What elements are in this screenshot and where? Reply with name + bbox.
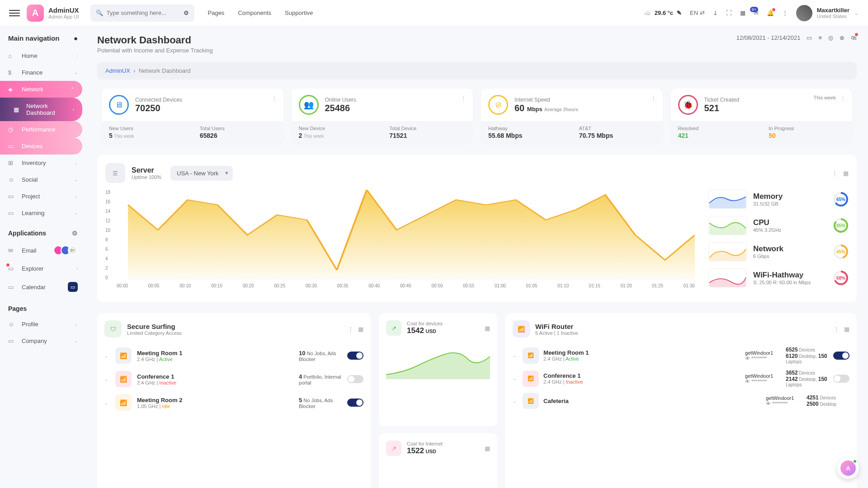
edit-icon[interactable]: ✎: [677, 9, 682, 16]
server-location-select[interactable]: USA - New York: [170, 166, 233, 181]
progress-ring: 65%: [833, 192, 849, 207]
notif-dot: [772, 8, 775, 11]
chevron-right-icon: ›: [76, 53, 78, 58]
shield-icon: 🛡: [104, 320, 122, 338]
fab-button[interactable]: A: [837, 457, 859, 479]
chevron-down-icon[interactable]: ⌄: [104, 400, 108, 405]
wifi-row: ⌄ 📶 Cafeteria getWindoor1👁 ******** 4251…: [513, 390, 849, 412]
nav-pages[interactable]: Pages: [208, 9, 225, 16]
sidebar: Main navigation ● ⌂Home› $Finance⌄ ◈Netw…: [0, 26, 86, 488]
cloud-download-icon[interactable]: ⤓: [713, 9, 718, 16]
more-icon[interactable]: ⋮: [651, 95, 656, 102]
target-icon[interactable]: ◎: [828, 34, 833, 41]
sidebar-item-devices[interactable]: ▭Devices: [0, 138, 82, 155]
chevron-down-icon[interactable]: ⌄: [513, 399, 516, 404]
chevron-down-icon[interactable]: ⌄: [104, 377, 108, 382]
toggle[interactable]: [347, 375, 363, 383]
more-icon[interactable]: ⋮: [782, 9, 788, 16]
toggle[interactable]: [833, 352, 849, 360]
sidebar-item-social[interactable]: ☺Social⌄: [0, 171, 86, 188]
grid-icon[interactable]: ▦: [485, 445, 490, 452]
grid-icon[interactable]: ▦: [358, 326, 363, 333]
sidebar-item-network[interactable]: ◈Network⌃: [0, 81, 82, 98]
sidebar-item-performance[interactable]: ◷Performance: [0, 121, 82, 138]
cost-sparkline: [386, 343, 490, 379]
toggle[interactable]: [347, 399, 363, 407]
calendar-icon[interactable]: ▭: [807, 34, 812, 41]
user-menu[interactable]: Maxartkiller United States ⌄: [796, 5, 859, 21]
more-icon[interactable]: ⋮: [271, 95, 277, 102]
sidebar-item-project[interactable]: ▭Project⌄: [0, 188, 86, 205]
box-icon: ⊞: [8, 160, 16, 166]
settings-icon[interactable]: ⚙: [72, 230, 78, 237]
sidebar-title: Main navigation ●: [0, 34, 86, 47]
filter-icon[interactable]: ⚙: [184, 9, 189, 16]
dollar-icon: $: [8, 69, 16, 76]
user-circle-icon[interactable]: ●: [74, 34, 78, 42]
stat-card: 👥 Online Users 25486 ⋮ New Device2This w…: [292, 89, 473, 144]
more-icon[interactable]: ⋮: [832, 170, 838, 177]
lang-switch[interactable]: EN ⇄: [690, 9, 705, 16]
sidebar-item-profile[interactable]: ☺Profile⌄: [0, 316, 86, 333]
more-icon[interactable]: ⋮: [840, 95, 846, 102]
cloud-icon: ☁️: [644, 9, 651, 16]
more-icon[interactable]: ⋮: [834, 326, 840, 333]
sidebar-item-company[interactable]: ▭Company⌄: [0, 333, 86, 349]
arrow-up-icon: ↗: [386, 320, 401, 336]
server-card: ☰ Server Uptime 100% USA - New York ⋮ ▦ …: [97, 155, 857, 302]
fullscreen-icon[interactable]: ⛶: [726, 9, 732, 16]
stat-icon: 🖥: [109, 95, 129, 115]
search-input[interactable]: [107, 9, 184, 16]
chevron-down-icon: ⌄: [74, 160, 78, 165]
sidebar-pages-title: Pages: [0, 297, 86, 316]
secure-sub: Limited Category Access: [127, 330, 182, 336]
folder-icon: ▭: [8, 193, 16, 200]
filter-icon[interactable]: ≡: [818, 34, 822, 41]
nav-components[interactable]: Components: [238, 9, 271, 16]
sidebar-item-learning[interactable]: ▭Learning⌄: [0, 205, 86, 221]
daterange[interactable]: 12/08/2021 - 12/14/2021: [736, 34, 801, 41]
messages-icon[interactable]: ✉9+: [754, 9, 759, 16]
chevron-down-icon: ⌄: [74, 194, 78, 199]
menu-toggle[interactable]: [9, 8, 20, 19]
grid-icon[interactable]: ▦: [843, 170, 849, 177]
more-icon[interactable]: ⋮: [461, 95, 467, 102]
sidebar-item-calendar[interactable]: ▭Calendar▭: [0, 277, 86, 297]
globe-icon[interactable]: ⊕: [840, 34, 844, 41]
brand-logo[interactable]: A: [27, 5, 44, 22]
sidebar-item-email[interactable]: ✉Email 9+: [0, 240, 86, 260]
toggle[interactable]: [347, 352, 363, 360]
chevron-down-icon[interactable]: ⌄: [104, 353, 108, 358]
breadcrumb-root[interactable]: AdminUX: [105, 67, 130, 74]
apps-icon[interactable]: ▦: [740, 9, 745, 16]
stat-card: 🐞 Ticket Created 521 This week ⋮ Resolve…: [671, 89, 853, 144]
sidebar-item-home[interactable]: ⌂Home›: [0, 47, 86, 64]
chevron-down-icon: ⌄: [74, 322, 78, 327]
gauge-icon: ◷: [8, 126, 16, 133]
stat-card: 🖥 Connected Devices 70250 ⋮ New Users5Th…: [102, 89, 283, 144]
room-row: ⌄ 📶 Meeting Room 2 1.05 GHz | Idle 5 No …: [104, 391, 363, 414]
more-icon[interactable]: ⋮: [348, 326, 354, 333]
chevron-down-icon[interactable]: ⌄: [513, 376, 516, 381]
avatar: [796, 5, 812, 21]
nav-supportive[interactable]: Supportive: [285, 9, 313, 16]
toggle[interactable]: [833, 375, 849, 383]
dashboard-icon: ▦: [14, 106, 21, 113]
sidebar-item-inventory[interactable]: ⊞Inventory⌄: [0, 155, 86, 171]
sidebar-item-explorer[interactable]: ▭Explorer›: [0, 260, 86, 277]
chevron-down-icon: ⌄: [74, 338, 78, 343]
grid-icon[interactable]: ▦: [844, 326, 849, 333]
chevron-down-icon[interactable]: ⌄: [513, 353, 516, 358]
search-box[interactable]: 🔍 ⚙: [90, 5, 194, 22]
grid-icon[interactable]: ▦: [485, 325, 490, 332]
wifi-title: WiFi Router: [535, 323, 578, 330]
people-icon: ☺: [8, 176, 16, 183]
building-icon: ▭: [8, 338, 16, 344]
secure-title: Secure Surfing: [127, 323, 182, 330]
breadcrumb-current: Network Dashboard: [139, 67, 191, 74]
cart-icon[interactable]: 🛍: [851, 34, 857, 41]
sidebar-item-finance[interactable]: $Finance⌄: [0, 64, 86, 81]
server-title: Server: [132, 166, 161, 174]
sidebar-item-network-dashboard[interactable]: ▦Network Dashboard›: [0, 98, 82, 121]
bell-icon[interactable]: 🔔: [767, 9, 774, 16]
